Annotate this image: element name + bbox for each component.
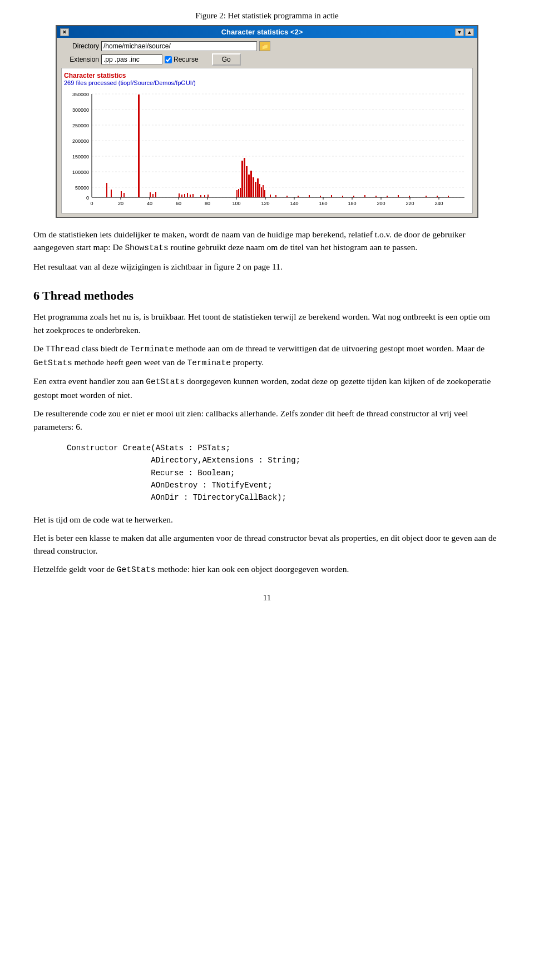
svg-rect-72 (364, 195, 365, 197)
folder-icon[interactable]: 📁 (259, 41, 270, 51)
svg-rect-33 (111, 190, 112, 197)
svg-rect-75 (398, 195, 399, 197)
svg-text:200000: 200000 (72, 138, 89, 144)
svg-rect-68 (320, 196, 321, 197)
svg-rect-64 (275, 195, 276, 197)
chart-area: Character statistics 269 files processed… (61, 68, 473, 213)
showstats-code: Showstats (125, 243, 168, 252)
go-button[interactable]: Go (212, 53, 241, 66)
recurse-checkbox-area: Recurse (165, 56, 199, 63)
svg-text:50000: 50000 (75, 185, 89, 191)
svg-rect-42 (187, 193, 188, 197)
svg-text:40: 40 (147, 201, 152, 206)
svg-rect-78 (437, 196, 438, 197)
paragraph-4: De TThread class biedt de Terminate meth… (33, 342, 501, 370)
svg-text:250000: 250000 (72, 123, 89, 128)
chart-title: Character statistics (64, 72, 470, 79)
svg-rect-35 (123, 193, 125, 197)
svg-rect-56 (253, 177, 254, 197)
recurse-checkbox[interactable] (165, 56, 172, 63)
minimize-button[interactable]: ▼ (455, 28, 464, 36)
maximize-button[interactable]: ▲ (465, 28, 474, 36)
directory-input[interactable] (101, 41, 257, 51)
extension-input[interactable] (101, 54, 162, 64)
paragraph-5: Een extra event handler zou aan GetStats… (33, 375, 501, 401)
svg-rect-50 (240, 188, 241, 197)
svg-rect-66 (298, 196, 299, 197)
section-title: Thread methodes (42, 288, 134, 302)
window-title: Character statistics <2> (221, 28, 303, 36)
paragraph-3: Het programma zoals het nu is, is bruikb… (33, 310, 501, 336)
svg-text:20: 20 (118, 201, 123, 206)
page-number: 11 (33, 593, 501, 603)
svg-rect-77 (426, 196, 427, 197)
getstats-code-3: GetStats (117, 565, 156, 574)
svg-rect-53 (246, 166, 248, 197)
section-number: 6 (33, 288, 39, 302)
svg-text:60: 60 (176, 201, 181, 206)
svg-rect-43 (190, 195, 191, 197)
svg-rect-73 (375, 196, 377, 197)
svg-rect-63 (270, 195, 271, 197)
svg-rect-69 (331, 195, 332, 197)
svg-text:160: 160 (319, 201, 327, 206)
svg-text:100000: 100000 (72, 170, 89, 175)
svg-rect-71 (353, 196, 354, 197)
svg-rect-37 (152, 194, 154, 197)
close-button[interactable]: ✕ (60, 28, 69, 36)
svg-rect-57 (255, 182, 256, 197)
chart-svg: 350000 300000 250000 200000 150000 10000… (64, 88, 470, 211)
svg-text:150000: 150000 (72, 154, 89, 160)
figure-title: Figure 2: Het statistiek programma in ac… (33, 11, 501, 21)
svg-rect-45 (200, 195, 201, 197)
svg-rect-46 (204, 195, 205, 197)
svg-rect-54 (248, 175, 250, 197)
svg-text:140: 140 (290, 201, 298, 206)
svg-rect-39 (179, 193, 180, 197)
svg-rect-44 (192, 194, 194, 197)
directory-label: Directory (61, 42, 99, 50)
paragraph-7: Het is tijd om de code wat te herwerken. (33, 513, 501, 526)
svg-rect-60 (261, 187, 262, 197)
svg-rect-55 (250, 171, 252, 197)
app-window: ✕ Character statistics <2> ▼ ▲ Directory… (56, 25, 478, 218)
paragraph-9: Hetzelfde geldt voor de GetStats methode… (33, 563, 501, 576)
title-bar-left: ✕ (60, 28, 69, 36)
page-body: Om de statistieken iets duidelijker te m… (33, 228, 501, 576)
svg-text:80: 80 (205, 201, 210, 206)
paragraph-1: Om de statistieken iets duidelijker te m… (33, 228, 501, 255)
svg-text:300000: 300000 (72, 107, 89, 113)
svg-rect-34 (121, 191, 122, 197)
section-heading: 6 Thread methodes (33, 286, 501, 305)
chart-container: 350000 300000 250000 200000 150000 10000… (64, 88, 470, 211)
svg-text:240: 240 (434, 201, 443, 206)
svg-rect-40 (181, 195, 182, 197)
svg-rect-47 (207, 195, 209, 197)
svg-rect-76 (409, 196, 410, 197)
svg-text:0: 0 (90, 201, 93, 206)
terminate-code-2: Terminate (187, 359, 231, 367)
svg-rect-38 (155, 192, 156, 197)
svg-rect-74 (387, 196, 388, 197)
getstats-code-2: GetStats (146, 377, 185, 386)
extension-label: Extension (61, 56, 99, 63)
svg-rect-70 (342, 196, 343, 197)
code-block: Constructor Create(AStats : PSTats; ADir… (67, 442, 501, 504)
svg-rect-41 (184, 194, 185, 197)
svg-rect-48 (236, 190, 238, 197)
svg-text:200: 200 (377, 201, 385, 206)
directory-row: Directory 📁 (61, 41, 473, 51)
terminate-code: Terminate (130, 345, 174, 354)
svg-text:100: 100 (232, 201, 240, 206)
svg-text:220: 220 (406, 201, 414, 206)
app-body: Directory 📁 Extension Recurse Go Charact… (57, 38, 477, 217)
chart-subtitle: 269 files processed (tiopf/Source/Demos/… (64, 79, 470, 86)
svg-rect-61 (263, 185, 264, 197)
svg-rect-36 (150, 192, 151, 197)
getstats-code: GetStats (33, 359, 72, 367)
svg-text:0: 0 (86, 195, 89, 201)
svg-rect-59 (259, 184, 260, 197)
svg-text:120: 120 (261, 201, 269, 206)
title-bar-right: ▼ ▲ (455, 28, 474, 36)
svg-rect-65 (286, 196, 288, 197)
